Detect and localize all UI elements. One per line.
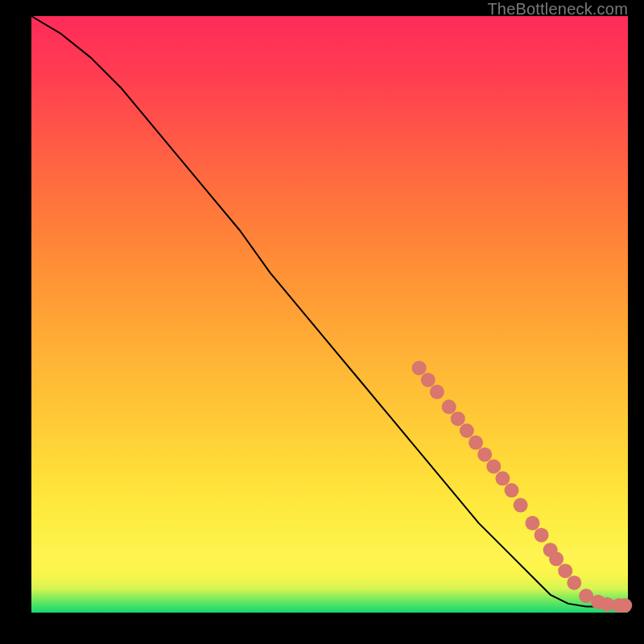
marker-dot xyxy=(535,528,549,543)
marker-dot xyxy=(486,459,501,473)
marker-dot xyxy=(469,436,483,450)
marker-dot xyxy=(430,385,444,399)
attribution-label: TheBottleneck.com xyxy=(487,0,628,19)
marker-dot xyxy=(525,516,539,530)
marker-dot xyxy=(549,551,564,566)
marker-dot xyxy=(421,373,436,387)
marker-dot xyxy=(617,598,632,613)
chart-frame: TheBottleneck.com xyxy=(0,0,644,644)
marker-dot xyxy=(505,483,519,497)
marker-dot xyxy=(567,576,581,590)
marker-dot xyxy=(442,399,456,414)
marker-dot xyxy=(514,498,528,513)
marker-dot xyxy=(477,448,492,462)
marker-dot xyxy=(451,411,465,426)
marker-dot xyxy=(460,423,474,438)
highlight-markers xyxy=(412,361,633,613)
marker-dot xyxy=(495,471,510,485)
marker-dot xyxy=(412,361,427,375)
marker-dot xyxy=(558,564,572,578)
chart-svg xyxy=(0,0,644,644)
curve-line xyxy=(31,16,628,607)
